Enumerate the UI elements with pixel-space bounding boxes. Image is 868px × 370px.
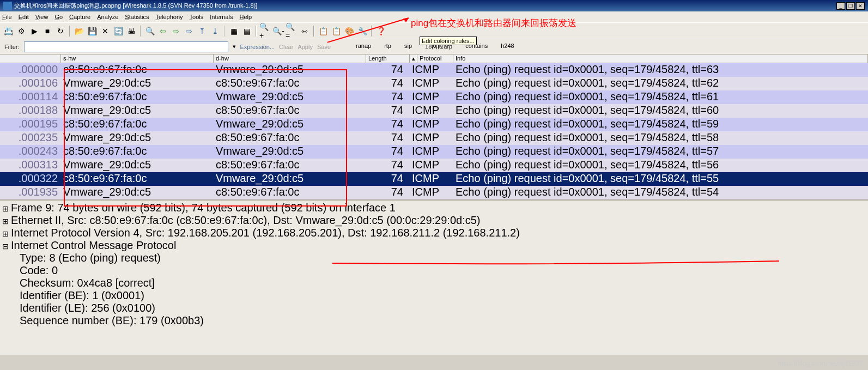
detail-line[interactable]: Frame 9: 74 bytes on wire (592 bits), 74…: [0, 202, 868, 214]
packet-details[interactable]: Frame 9: 74 bytes on wire (592 bits), 74…: [0, 199, 868, 355]
go-forward-icon[interactable]: ⇨: [170, 25, 182, 37]
svg-marker-1: [403, 18, 409, 22]
colorize-icon[interactable]: ▦: [228, 25, 240, 37]
zoom-in-icon[interactable]: 🔍+: [259, 25, 271, 37]
clear-link[interactable]: Clear: [279, 44, 293, 50]
titlebar: 交换机和ros间来回振荡ping消息.pcapng [Wireshark 1.8…: [0, 0, 868, 11]
packet-row[interactable]: .000114c8:50:e9:67:fa:0cVmware_29:0d:c57…: [0, 90, 868, 104]
packet-row[interactable]: .000313Vmware_29:0d:c5c8:50:e9:67:fa:0c7…: [0, 159, 868, 172]
annotation-underline-icon: [332, 260, 779, 271]
go-first-icon[interactable]: ⤒: [196, 25, 208, 37]
watermark: https://blog.csdn.net/wj31932: [778, 360, 863, 367]
go-to-packet-icon[interactable]: ⇨: [183, 25, 195, 37]
filter-extra[interactable]: rtp: [384, 43, 391, 51]
filter-dropdown-icon[interactable]: ▾: [233, 43, 236, 50]
menu-capture[interactable]: Capture: [69, 14, 90, 20]
detail-line[interactable]: Identifier (BE): 1 (0x0001): [0, 289, 868, 302]
detail-line[interactable]: Sequence number (BE): 179 (0x00b3): [0, 314, 868, 327]
packet-row[interactable]: .001935Vmware_29:0d:c5c8:50:e9:67:fa:0c7…: [0, 186, 868, 199]
filter-label: Filter:: [4, 44, 20, 50]
col-shw[interactable]: s-hw: [61, 54, 214, 63]
expression-link[interactable]: Expression...: [240, 44, 275, 50]
tooltip: Edit coloring rules...: [420, 37, 477, 45]
menu-statistics[interactable]: Statistics: [125, 14, 149, 20]
minimize-button[interactable]: _: [836, 2, 845, 10]
detail-line[interactable]: Identifier (LE): 256 (0x0100): [0, 302, 868, 314]
zoom-100-icon[interactable]: 🔍=: [286, 25, 298, 37]
filter-input[interactable]: [24, 41, 228, 52]
apply-link[interactable]: Apply: [298, 44, 313, 50]
col-length[interactable]: Length: [366, 54, 410, 63]
menu-help[interactable]: Help: [239, 14, 252, 20]
menu-edit[interactable]: Edit: [19, 14, 29, 20]
col-sort-icon[interactable]: ▴: [410, 54, 417, 63]
close-button[interactable]: ✕: [856, 2, 865, 10]
svg-line-0: [327, 18, 409, 43]
menu-go[interactable]: Go: [54, 14, 63, 20]
detail-line[interactable]: Internet Protocol Version 4, Src: 192.16…: [0, 227, 868, 239]
interfaces-icon[interactable]: 📇: [2, 25, 14, 37]
packet-list[interactable]: .000000c8:50:e9:67:fa:0cVmware_29:0d:c57…: [0, 63, 868, 199]
restart-capture-icon[interactable]: ↻: [54, 25, 66, 37]
packet-row[interactable]: .000235Vmware_29:0d:c5c8:50:e9:67:fa:0c7…: [0, 131, 868, 145]
packet-row[interactable]: .000000c8:50:e9:67:fa:0cVmware_29:0d:c57…: [0, 63, 868, 77]
menu-tools[interactable]: Tools: [190, 14, 204, 20]
col-dhw[interactable]: d-hw: [214, 54, 366, 63]
close-file-icon[interactable]: ✕: [99, 25, 111, 37]
packet-row[interactable]: .000188Vmware_29:0d:c5c8:50:e9:67:fa:0c7…: [0, 104, 868, 118]
packet-row[interactable]: .000195c8:50:e9:67:fa:0cVmware_29:0d:c57…: [0, 118, 868, 131]
col-time[interactable]: [0, 54, 61, 63]
packet-row[interactable]: .000322c8:50:e9:67:fa:0cVmware_29:0d:c57…: [0, 172, 868, 186]
options-icon[interactable]: ⚙: [15, 25, 27, 37]
find-icon[interactable]: 🔍: [144, 25, 156, 37]
detail-line[interactable]: Ethernet II, Src: c8:50:e9:67:fa:0c (c8:…: [0, 214, 868, 227]
auto-scroll-icon[interactable]: ▤: [241, 25, 253, 37]
save-link[interactable]: Save: [317, 44, 331, 50]
filter-extra[interactable]: h248: [501, 43, 514, 51]
filter-extra[interactable]: sip: [404, 43, 412, 51]
stop-capture-icon[interactable]: ■: [41, 25, 53, 37]
col-info[interactable]: Info: [453, 54, 868, 63]
menu-view[interactable]: View: [35, 14, 48, 20]
window-title: 交换机和ros间来回振荡ping消息.pcapng [Wireshark 1.8…: [14, 2, 257, 10]
packet-row[interactable]: .000243c8:50:e9:67:fa:0cVmware_29:0d:c57…: [0, 145, 868, 159]
menu-internals[interactable]: Internals: [210, 14, 233, 20]
menu-file[interactable]: File: [2, 14, 12, 20]
packet-row[interactable]: .000106Vmware_29:0d:c5c8:50:e9:67:fa:0c7…: [0, 77, 868, 90]
packet-list-header[interactable]: s-hw d-hw Length ▴ Protocol Info: [0, 54, 868, 63]
go-last-icon[interactable]: ⤓: [209, 25, 221, 37]
zoom-out-icon[interactable]: 🔍-: [272, 25, 284, 37]
maximize-button[interactable]: ❐: [846, 2, 855, 10]
start-capture-icon[interactable]: ▶: [28, 25, 40, 37]
open-icon[interactable]: 📂: [73, 25, 85, 37]
filter-extra[interactable]: ranap: [356, 43, 371, 51]
reload-icon[interactable]: 🔄: [112, 25, 124, 37]
go-back-icon[interactable]: ⇦: [157, 25, 169, 37]
detail-line[interactable]: Checksum: 0x4ca8 [correct]: [0, 277, 868, 289]
print-icon[interactable]: 🖶: [125, 25, 137, 37]
menu-analyze[interactable]: Analyze: [97, 14, 118, 20]
app-icon: [3, 2, 12, 10]
detail-line[interactable]: Internet Control Message Protocol: [0, 239, 868, 252]
save-icon[interactable]: 💾: [86, 25, 98, 37]
col-protocol[interactable]: Protocol: [417, 54, 453, 63]
menu-telephony[interactable]: Telephony: [155, 14, 183, 20]
annotation-arrow-icon: [327, 15, 414, 43]
resize-columns-icon[interactable]: ⇿: [299, 25, 311, 37]
annotation-text: ping包在交换机和路由器间来回振荡发送: [411, 17, 576, 29]
